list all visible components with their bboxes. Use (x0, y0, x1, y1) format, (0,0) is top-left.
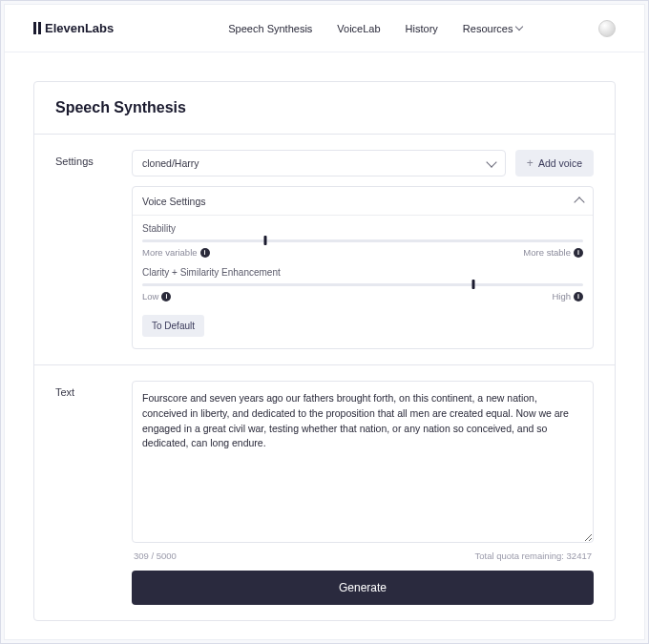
settings-label: Settings (55, 150, 132, 349)
nav-resources[interactable]: Resources (463, 23, 523, 34)
chevron-down-icon (515, 23, 523, 31)
card-header: Speech Synthesis (34, 82, 615, 135)
brand-logo: ElevenLabs (33, 21, 114, 35)
info-icon[interactable]: i (200, 248, 210, 258)
info-icon[interactable]: i (161, 292, 171, 301)
text-input[interactable] (132, 381, 594, 543)
add-voice-button[interactable]: + Add voice (515, 150, 594, 177)
char-count: 309 / 5000 (134, 551, 177, 561)
speech-synthesis-card: Speech Synthesis Settings cloned/Harry +… (33, 81, 616, 621)
logo-bars-icon (33, 22, 41, 34)
nav-voicelab[interactable]: VoiceLab (337, 23, 380, 34)
nav-history[interactable]: History (406, 23, 438, 34)
info-icon[interactable]: i (574, 248, 583, 258)
clarity-slider[interactable] (142, 283, 583, 286)
nav-speech-synthesis[interactable]: Speech Synthesis (228, 23, 312, 34)
voice-settings-panel: Voice Settings Stability (132, 186, 594, 349)
voice-select[interactable]: cloned/Harry (132, 150, 506, 177)
clarity-title: Clarity + Similarity Enhancement (142, 267, 583, 278)
clarity-slider-group: Clarity + Similarity Enhancement Low i (142, 267, 583, 301)
settings-section: Settings cloned/Harry + Add voice (34, 135, 615, 365)
chevron-up-icon (574, 197, 584, 207)
text-section: Text 309 / 5000 Total quota remaining: 3… (34, 365, 615, 620)
stability-left-label: More variable (142, 247, 198, 258)
clarity-left-label: Low (142, 291, 158, 301)
quota-remaining: Total quota remaining: 32417 (474, 551, 592, 561)
topbar: ElevenLabs Speech Synthesis VoiceLab His… (5, 5, 644, 52)
generate-button[interactable]: Generate (132, 571, 594, 605)
stability-thumb[interactable] (264, 236, 267, 245)
main-nav: Speech Synthesis VoiceLab History Resour… (228, 23, 522, 34)
nav-resources-label: Resources (463, 23, 513, 34)
brand-name: ElevenLabs (45, 21, 114, 35)
clarity-thumb[interactable] (471, 280, 474, 289)
page-title: Speech Synthesis (55, 99, 594, 116)
stability-right-label: More stable (523, 247, 571, 258)
app-window: ElevenLabs Speech Synthesis VoiceLab His… (4, 4, 645, 640)
stability-title: Stability (142, 223, 583, 234)
clarity-right-label: High (552, 291, 571, 301)
chevron-down-icon (486, 156, 496, 167)
voice-selected-value: cloned/Harry (142, 157, 199, 169)
voice-settings-toggle[interactable]: Voice Settings (133, 187, 593, 216)
add-voice-label: Add voice (538, 157, 582, 169)
text-label: Text (55, 381, 132, 605)
stability-slider[interactable] (142, 239, 583, 242)
stability-slider-group: Stability More variable i (142, 223, 583, 258)
to-default-button[interactable]: To Default (142, 315, 204, 337)
avatar[interactable] (598, 20, 616, 37)
plus-icon: + (527, 156, 534, 170)
main-content: Speech Synthesis Settings cloned/Harry +… (5, 52, 644, 644)
voice-settings-title: Voice Settings (142, 196, 206, 207)
info-icon[interactable]: i (574, 292, 583, 301)
